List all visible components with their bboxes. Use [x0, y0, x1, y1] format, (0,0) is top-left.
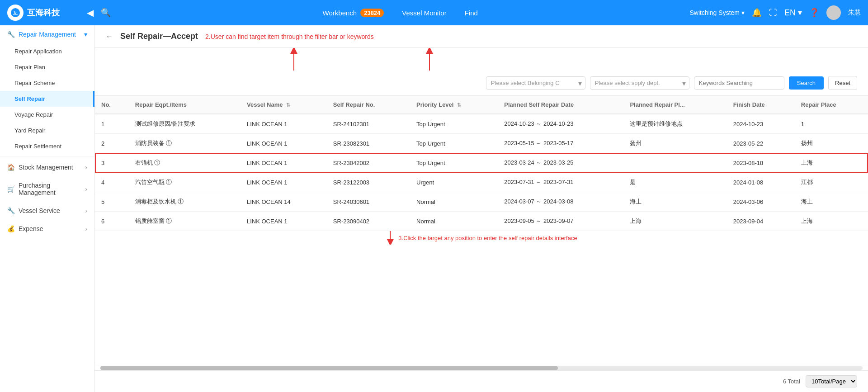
- hint3-area: 3.Click the target any position to enter…: [95, 231, 868, 240]
- col-priority-level[interactable]: Priority Level ⇅: [410, 96, 498, 114]
- cell-vessel-name: LINK OCEAN 1: [241, 153, 327, 173]
- find-link[interactable]: Find: [465, 9, 478, 17]
- user-name: 朱慧: [848, 9, 861, 17]
- sidebar-item-voyage-repair[interactable]: Voyage Repair: [0, 107, 94, 123]
- arrow-svg-1: [285, 48, 303, 71]
- col-self-repair-no: Self Repair No.: [327, 96, 410, 114]
- fullscreen-icon[interactable]: ⛶: [769, 8, 777, 18]
- hint3-arrow: [386, 231, 395, 245]
- purchasing-chevron: ›: [85, 185, 87, 193]
- cell-no: 1: [95, 114, 129, 134]
- cell-planned-date: 2024-03-07 ～ 2024-03-08: [498, 192, 623, 212]
- cell-planned-repair-place: 扬州: [623, 134, 726, 153]
- switching-system-button[interactable]: Switching System ▾: [689, 9, 744, 16]
- cell-repair-eqpt: 消毒柜及饮水机 ①: [129, 192, 241, 212]
- sidebar-item-repair-settlement[interactable]: Repair Settlement: [0, 138, 94, 154]
- sidebar-item-yard-repair[interactable]: Yard Repair: [0, 123, 94, 138]
- cell-vessel-name: LINK OCEAN 1: [241, 173, 327, 192]
- expense-icon: 💰: [7, 225, 15, 232]
- page-size-select[interactable]: 10Total/Page: [806, 375, 857, 387]
- belonging-select-wrapper: Please select Belonging C: [486, 76, 585, 90]
- workbench-badge: 23824: [360, 9, 384, 17]
- cell-repair-place: 上海: [795, 153, 868, 173]
- cell-self-repair-no: SR-23090402: [327, 212, 410, 231]
- cell-repair-eqpt: 消防员装备 ①: [129, 134, 241, 153]
- col-finish-date: Finish Date: [727, 96, 795, 114]
- user-avatar[interactable]: [826, 5, 841, 20]
- table-row[interactable]: 2 消防员装备 ① LINK OCEAN 1 SR-23082301 Top U…: [95, 134, 868, 153]
- table-header-row: No. Repair Eqpt./Items Vessel Name ⇅ Sel…: [95, 96, 868, 114]
- nav-search-icon[interactable]: 🔍: [101, 8, 111, 18]
- sidebar-item-repair-scheme[interactable]: Repair Scheme: [0, 75, 94, 91]
- cell-priority-level: Top Urgent: [410, 134, 498, 153]
- cell-self-repair-no: SR-23042002: [327, 153, 410, 173]
- lang-selector[interactable]: EN ▾: [784, 8, 802, 18]
- data-table-wrapper: No. Repair Eqpt./Items Vessel Name ⇅ Sel…: [95, 96, 868, 365]
- priority-sort-icon: ⇅: [457, 102, 461, 108]
- logo-area: 互 互海科技: [7, 5, 80, 21]
- reset-button[interactable]: Reset: [828, 76, 857, 90]
- cell-finish-date: 2024-10-23: [727, 114, 795, 134]
- scrollbar-thumb[interactable]: [100, 366, 558, 370]
- cart-icon: 🛒: [7, 185, 15, 193]
- cell-no: 2: [95, 134, 129, 153]
- cell-self-repair-no: SR-24030601: [327, 192, 410, 212]
- sidebar-item-repair-application[interactable]: Repair Application: [0, 43, 94, 59]
- table-row[interactable]: 5 消毒柜及饮水机 ① LINK OCEAN 14 SR-24030601 No…: [95, 192, 868, 212]
- cell-finish-date: 2023-05-22: [727, 134, 795, 153]
- main-layout: 🔧 Repair Management ▾ Repair Application…: [0, 25, 868, 392]
- sidebar-item-self-repair[interactable]: Self Repair: [0, 91, 94, 107]
- belonging-select[interactable]: Please select Belonging C: [486, 76, 585, 90]
- sidebar-item-stock-management[interactable]: 🏠 Stock Management ›: [0, 158, 94, 176]
- logo-text: 互海科技: [27, 7, 60, 18]
- cell-planned-repair-place: 这里是预计维修地点: [623, 114, 726, 134]
- cell-repair-place: 江都: [795, 173, 868, 192]
- cell-priority-level: Normal: [410, 212, 498, 231]
- repair-icon: 🔧: [7, 31, 15, 38]
- table-row[interactable]: 3 右锚机 ① LINK OCEAN 1 SR-23042002 Top Urg…: [95, 153, 868, 173]
- cell-planned-date: 2023-05-15 ～ 2023-05-17: [498, 134, 623, 153]
- cell-repair-eqpt: 汽笛空气瓶 ①: [129, 173, 241, 192]
- cell-planned-repair-place: 海上: [623, 192, 726, 212]
- cell-planned-date: 2023-09-05 ～ 2023-09-07: [498, 212, 623, 231]
- cell-repair-place: 海上: [795, 192, 868, 212]
- table-row[interactable]: 1 测试维修原因/备注要求 LINK OCEAN 1 SR-24102301 T…: [95, 114, 868, 134]
- table-row[interactable]: 4 汽笛空气瓶 ① LINK OCEAN 1 SR-23122003 Urgen…: [95, 173, 868, 192]
- scrollbar-area: [95, 365, 868, 370]
- cell-planned-date: 2023-03-24 ～ 2023-03-25: [498, 153, 623, 173]
- repair-management-chevron: ▾: [84, 31, 87, 38]
- cell-vessel-name: LINK OCEAN 14: [241, 192, 327, 212]
- vessel-monitor-link[interactable]: Vessel Monitor: [402, 9, 446, 17]
- col-planned-self-repair-date: Planned Self Repair Date: [498, 96, 623, 114]
- cell-priority-level: Top Urgent: [410, 114, 498, 134]
- help-icon[interactable]: ❓: [809, 8, 819, 18]
- cell-finish-date: 2023-09-04: [727, 212, 795, 231]
- top-navigation: 互 互海科技 ◀ 🔍 Workbench 23824 Vessel Monito…: [0, 0, 868, 25]
- switching-system-label: Switching System: [689, 9, 739, 16]
- search-button[interactable]: Search: [789, 76, 824, 90]
- table-row[interactable]: 6 铝质舱室窗 ① LINK OCEAN 1 SR-23090402 Norma…: [95, 212, 868, 231]
- cell-finish-date: 2024-01-08: [727, 173, 795, 192]
- workbench-button[interactable]: Workbench 23824: [323, 9, 384, 17]
- vessel-chevron: ›: [85, 207, 87, 214]
- bell-icon[interactable]: 🔔: [752, 8, 762, 18]
- supply-dept-select[interactable]: Please select spply dept.: [590, 76, 689, 90]
- page-title: Self Repair—Accept: [120, 32, 198, 41]
- cell-self-repair-no: SR-23082301: [327, 134, 410, 153]
- workbench-label: Workbench: [323, 9, 357, 17]
- col-vessel-name[interactable]: Vessel Name ⇅: [241, 96, 327, 114]
- sidebar-item-vessel-service[interactable]: 🔧 Vessel Service ›: [0, 202, 94, 220]
- cell-planned-repair-place: [623, 153, 726, 173]
- sidebar-item-repair-plan[interactable]: Repair Plan: [0, 59, 94, 75]
- sidebar-group-repair-management[interactable]: 🔧 Repair Management ▾: [0, 25, 94, 43]
- nav-back-icon[interactable]: ◀: [87, 7, 94, 18]
- expense-chevron: ›: [85, 225, 87, 232]
- back-button[interactable]: ←: [106, 33, 113, 41]
- cell-self-repair-no: SR-23122003: [327, 173, 410, 192]
- sidebar-item-purchasing-management[interactable]: 🛒 Purchasing Management ›: [0, 176, 94, 202]
- keywords-input[interactable]: [694, 76, 784, 90]
- wrench-icon: 🔧: [7, 207, 15, 214]
- cell-planned-repair-place: 上海: [623, 212, 726, 231]
- sidebar-item-expense[interactable]: 💰 Expense ›: [0, 220, 94, 238]
- col-planned-repair-place: Planned Repair Pl...: [623, 96, 726, 114]
